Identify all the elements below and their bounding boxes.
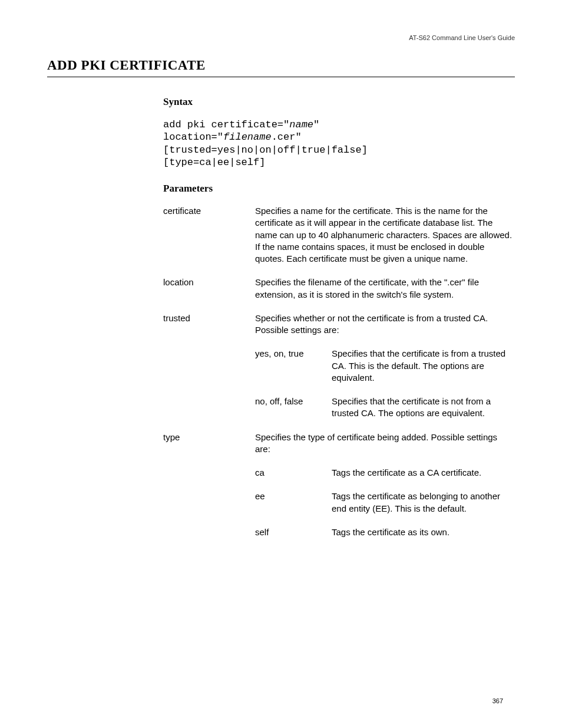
syntax-line-3: [trusted=yes|no|on|off|true|false] (163, 144, 515, 156)
param-row-certificate: certificate Specifies a name for the cer… (163, 205, 515, 276)
param-option-name: ca (255, 467, 332, 490)
param-option-name: ee (255, 490, 332, 526)
syntax-line-1: add pki certificate="name" (163, 118, 515, 131)
running-header: AT-S62 Command Line User's Guide (47, 34, 515, 41)
syntax-line-4: [type=ca|ee|self] (163, 156, 515, 169)
page-container: AT-S62 Command Line User's Guide ADD PKI… (0, 0, 562, 728)
syntax-placeholder: filename (223, 131, 272, 143)
param-name: trusted (163, 312, 255, 348)
syntax-heading: Syntax (163, 96, 515, 108)
param-name: certificate (163, 205, 255, 276)
param-desc: Specifies whether or not the certificate… (255, 312, 515, 348)
syntax-text: .cer" (272, 131, 302, 143)
page-number: 367 (492, 697, 503, 704)
param-desc: Specifies the filename of the certificat… (255, 276, 515, 312)
param-desc: Specifies the type of certificate being … (255, 431, 515, 467)
param-name: type (163, 431, 255, 467)
parameters-heading: Parameters (163, 183, 515, 195)
param-option-desc: Specifies that the certificate is from a… (332, 348, 515, 396)
param-option-desc: Tags the certificate as a CA certificate… (332, 467, 515, 490)
syntax-text: add pki certificate=" (163, 119, 289, 130)
parameters-table: certificate Specifies a name for the cer… (163, 205, 515, 550)
syntax-placeholder: name (289, 119, 313, 130)
param-option-desc: Tags the certificate as belonging to ano… (332, 490, 515, 526)
param-subrow-type-ca: ca Tags the certificate as a CA certific… (163, 467, 515, 490)
param-row-type: type Specifies the type of certificate b… (163, 431, 515, 467)
param-desc: Specifies a name for the certificate. Th… (255, 205, 515, 276)
syntax-text: location=" (163, 131, 223, 143)
syntax-text: " (313, 119, 319, 130)
param-name: location (163, 276, 255, 312)
param-subrow-trusted-yes: yes, on, true Specifies that the certifi… (163, 348, 515, 396)
param-subrow-type-self: self Tags the certificate as its own. (163, 526, 515, 550)
param-option-name: self (255, 526, 332, 550)
param-row-trusted: trusted Specifies whether or not the cer… (163, 312, 515, 348)
param-option-name: no, off, false (255, 396, 332, 431)
param-option-name: yes, on, true (255, 348, 332, 396)
content-area: Syntax add pki certificate="name" locati… (163, 96, 515, 550)
param-option-desc: Specifies that the certificate is not fr… (332, 396, 515, 431)
syntax-block: add pki certificate="name" location="fil… (163, 118, 515, 169)
page-title: ADD PKI CERTIFICATE (47, 58, 515, 77)
param-row-location: location Specifies the filename of the c… (163, 276, 515, 312)
param-subrow-trusted-no: no, off, false Specifies that the certif… (163, 396, 515, 431)
param-option-desc: Tags the certificate as its own. (332, 526, 515, 550)
param-subrow-type-ee: ee Tags the certificate as belonging to … (163, 490, 515, 526)
syntax-line-2: location="filename.cer" (163, 131, 515, 143)
